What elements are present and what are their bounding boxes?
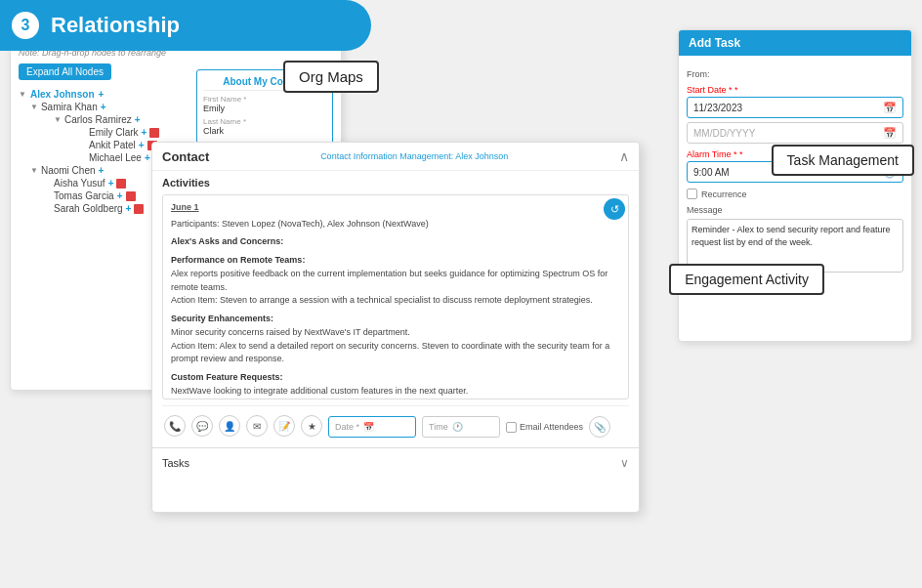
expand-all-button[interactable]: Expand All Nodes: [19, 63, 111, 80]
alarm-calendar-icon: 📅: [883, 127, 897, 140]
action-icon-mail[interactable]: ✉: [246, 415, 268, 437]
action-icon-contact[interactable]: 👤: [219, 415, 240, 437]
tree-carlos-label: Carlos Ramirez: [64, 114, 132, 125]
email-attendees-text: Email Attendees: [520, 422, 583, 432]
step-number: 3: [12, 12, 39, 39]
about-first-name-label: First Name *: [203, 95, 326, 104]
tree-naomi-label: Naomi Chen: [41, 165, 96, 176]
tree-michael-label: Michael Lee: [89, 152, 142, 163]
activity-section-security: Security Enhancements:: [171, 313, 620, 326]
task-from-label: From:: [687, 69, 903, 79]
tasks-row[interactable]: Tasks ∨: [152, 447, 639, 478]
about-last-name-label: Last Name *: [203, 117, 326, 126]
page-title: Relationship: [51, 13, 180, 38]
activity-text-performance: Alex reports positive feedback on the cu…: [171, 268, 620, 308]
contact-panel: Contact Contact Information Management: …: [151, 142, 640, 513]
activity-log-container: June 1 Participants: Steven Lopez (NovaT…: [162, 194, 629, 399]
action-icon-chat[interactable]: 💬: [191, 415, 213, 437]
close-icon[interactable]: ∧: [619, 148, 629, 164]
about-first-name-field: First Name * Emily: [203, 95, 326, 113]
task-management-panel: Add Task From: Start Date * * 11/23/2023…: [678, 29, 912, 342]
date-time-row: Date * 📅 Time 🕐 Email Attendees 📎: [328, 416, 610, 438]
org-maps-callout: Org Maps: [283, 61, 379, 93]
task-message-label: Message: [687, 205, 903, 215]
activity-section-performance: Performance on Remote Teams:: [171, 254, 620, 268]
activities-title: Activities: [162, 177, 629, 189]
tree-tomas-label: Tomas Garcia: [54, 190, 114, 201]
calendar-icon: 📅: [883, 102, 897, 114]
tree-ankit-label: Ankit Patel: [89, 140, 136, 150]
time-clock-icon: 🕐: [452, 422, 463, 432]
tasks-chevron-icon: ∨: [620, 456, 629, 470]
activity-time-placeholder: Time: [429, 422, 448, 432]
action-icon-note[interactable]: 📝: [273, 415, 295, 437]
activity-section-asks: Alex's Asks and Concerns:: [171, 235, 620, 249]
tree-emily-label: Emily Clark: [89, 127, 139, 138]
engagement-activity-callout: Engagement Activity: [669, 264, 824, 295]
task-recurrence-label: Recurrence: [701, 189, 747, 199]
tree-samira-label: Samira Khan: [41, 102, 98, 112]
emily-red-indicator: [149, 128, 159, 138]
task-start-date-label: Start Date * *: [687, 85, 903, 95]
email-attendees-checkbox[interactable]: [506, 422, 517, 433]
tasks-label: Tasks: [162, 457, 189, 469]
tree-aisha-label: Aisha Yusuf: [54, 178, 105, 189]
email-attendees-label: Email Attendees: [506, 422, 583, 433]
activity-date-input[interactable]: Date * 📅: [328, 416, 416, 438]
task-panel-header: Add Task: [679, 30, 911, 56]
tree-sarah-label: Sarah Goldberg: [54, 203, 123, 214]
activity-text-security: Minor security concerns raised by NextWa…: [171, 326, 620, 366]
activity-section-custom: Custom Feature Requests:: [171, 371, 620, 385]
task-alarm-date-input[interactable]: MM/DD/YYYY 📅: [687, 122, 903, 144]
action-icon-star[interactable]: ★: [301, 415, 322, 437]
tomas-red-indicator: [126, 191, 136, 201]
task-alarm-time-value: 9:00 AM: [693, 167, 730, 178]
contact-panel-link[interactable]: Contact Information Management: Alex Joh…: [320, 151, 508, 161]
activity-date-placeholder: Date *: [335, 422, 359, 432]
action-icon-attach[interactable]: 📎: [589, 416, 610, 438]
about-first-name-value: Emily: [203, 104, 326, 113]
activity-time-input[interactable]: Time 🕐: [422, 416, 500, 438]
header-bar: 3 Relationship: [0, 0, 371, 51]
about-last-name-field: Last Name * Clark: [203, 117, 326, 136]
task-recurrence-row: Recurrence: [687, 189, 903, 199]
aisha-red-indicator: [116, 179, 126, 189]
task-start-date-value: 11/23/2023: [693, 103, 742, 113]
sarah-red-indicator: [134, 204, 144, 214]
task-alarm-date-placeholder: MM/DD/YYYY: [693, 128, 755, 139]
action-icon-phone[interactable]: 📞: [164, 415, 186, 437]
date-calendar-icon: 📅: [363, 422, 374, 432]
activity-text-custom: NextWave looking to integrate additional…: [171, 385, 620, 399]
about-last-name-value: Clark: [203, 126, 326, 136]
activity-log-date: June 1: [171, 201, 620, 215]
action-icons-row: 📞 💬 👤 ✉ 📝 ★ Date * 📅 Time 🕐 Email Attend…: [162, 405, 629, 441]
contact-panel-title: Contact: [162, 149, 209, 164]
task-management-callout: Task Management: [772, 145, 914, 176]
activity-participants: Participants: Steven Lopez (NovaTech), A…: [171, 218, 620, 231]
tree-root-label: Alex Johnson: [30, 89, 95, 100]
contact-panel-header: Contact Contact Information Management: …: [152, 143, 639, 171]
task-start-date-input[interactable]: 11/23/2023 📅: [687, 97, 903, 118]
task-recurrence-checkbox[interactable]: [687, 189, 697, 199]
refresh-button[interactable]: ↺: [604, 198, 625, 220]
activity-log[interactable]: June 1 Participants: Steven Lopez (NovaT…: [162, 194, 629, 399]
contact-panel-body: Activities June 1 Participants: Steven L…: [152, 171, 639, 447]
